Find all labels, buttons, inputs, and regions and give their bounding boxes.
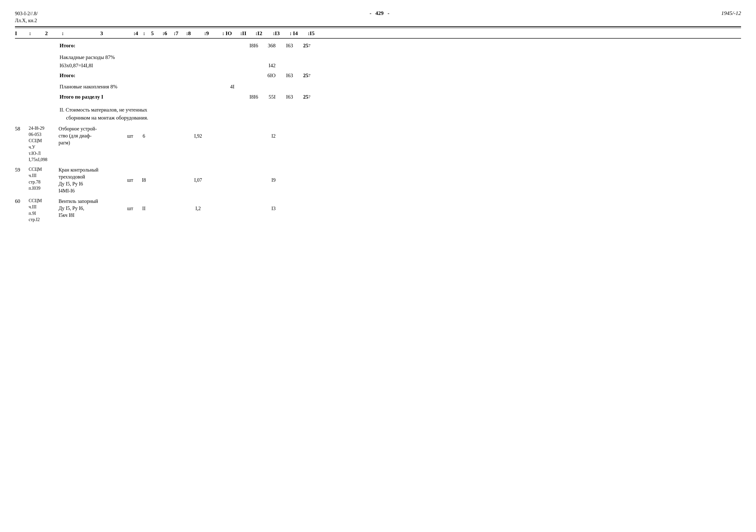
entry-60-desc: Вентиль запорный Ду I5, Ру I6, I5кч I8I: [59, 198, 123, 218]
col-header-15: :I5: [303, 30, 320, 37]
doc-version: 1945/-12: [721, 10, 741, 16]
nakl-calc-row: I63x0,87=I4I,8I I42: [15, 62, 741, 70]
entry-60-num: 60: [15, 198, 29, 204]
col-header-5: 5: [146, 30, 159, 37]
itogo-razdel-c13: 55I: [259, 94, 277, 100]
col-header-2: 2: [31, 30, 61, 37]
col-header-9: :9: [195, 30, 218, 37]
col-header-3: 3: [64, 30, 129, 37]
itogo-razdel-c15: 25 7: [294, 94, 311, 100]
entry-59-unit: шт: [123, 166, 137, 183]
col-header-13: :I3: [268, 30, 285, 37]
col-header-4: :4: [129, 30, 143, 37]
entry-60: 60 ССЦМ ч.III п.9I стр.I2 Вентиль запорн…: [15, 195, 741, 224]
itogo1-label: Итого:: [59, 42, 123, 49]
entry-58-desc: Отборное устрой- ство (для диаф- рагм): [59, 125, 123, 146]
plan-c13: 4I: [218, 84, 235, 90]
entry-59-c13: I9: [259, 166, 277, 183]
itogo-razdel-c14: I63: [277, 94, 294, 100]
itogo2-c15: 25 7: [294, 72, 311, 79]
nakl-header-text: Накладные расходы 87%: [59, 54, 233, 61]
entry-59-c9: I,07: [187, 166, 209, 183]
itogo-razdel-label: Итого по разделу I: [59, 94, 123, 100]
nakl-c13: I42: [259, 63, 277, 69]
entry-58-ref: 24-I8-29 06-053 ССЦМ ч.У т.IO-Л I,75xI,0…: [29, 125, 59, 163]
col-header-10: : IO: [218, 30, 236, 37]
entry-60-unit: шт: [123, 198, 137, 211]
page-number: - 429 -: [369, 10, 390, 16]
column-headers: I : 2 : 3 :4 : 5 :6 :7 :8 :9 : IO :II :I…: [15, 28, 741, 38]
entry-58-c13: I2: [259, 125, 277, 139]
entry-60-c13: I3: [259, 198, 277, 211]
itogo2-label: Итого:: [59, 72, 123, 79]
section2-header-row: II. Стоимость материалов, не учтенных сб…: [15, 103, 741, 124]
plan-header-row: Плановые накопления 8% 4I: [15, 81, 741, 91]
entry-59-ref: ССЦМ ч.III стр.78 п.I039: [29, 166, 59, 191]
itogo-row-2: Итого: 6IO I63 25 7: [15, 70, 741, 81]
entry-59-desc: Кран контрольный трехходовой Ду I5, Ру I…: [59, 166, 123, 194]
entry-60-c5: II: [137, 198, 151, 211]
itogo-razdel-row: Итого по разделу I I8I6 55I I63 25 7: [15, 91, 741, 103]
entry-59: 59 ССЦМ ч.III стр.78 п.I039 Кран контрол…: [15, 164, 741, 195]
entry-58-unit: шт: [123, 125, 137, 139]
entry-58-num: 58: [15, 125, 29, 132]
itogo2-c14: I63: [277, 72, 294, 79]
col-header-6: :6: [159, 30, 171, 37]
entry-60-c9: I,2: [187, 198, 209, 211]
col-header-11: :II: [236, 30, 250, 37]
entry-58-c9: I,92: [187, 125, 209, 139]
itogo-razdel-c12: I8I6: [242, 94, 259, 100]
col-header-7: :7: [171, 30, 182, 37]
section2-header-text: II. Стоимость материалов, не учтенных сб…: [59, 106, 183, 122]
itogo-row-1: Итого: I8I6 368 I63 25 7: [15, 38, 741, 51]
itogo2-c13: 6IO: [259, 72, 277, 79]
col-header-8: :8: [182, 30, 195, 37]
entry-59-num: 59: [15, 166, 29, 173]
col-header-1: I: [15, 30, 29, 37]
doc-number: 903-I-2//.8/ Лл.X, кн.2: [15, 10, 38, 24]
page-header: 903-I-2//.8/ Лл.X, кн.2 - 429 - 1945/-12: [15, 10, 741, 24]
entry-58-c5: 6: [137, 125, 151, 139]
entry-58: 58 24-I8-29 06-053 ССЦМ ч.У т.IO-Л I,75x…: [15, 124, 741, 164]
itogo1-c12: I8I6: [242, 42, 259, 49]
top-divider: [15, 26, 741, 27]
nakl-calc-text: I63x0,87=I4I,8I: [59, 63, 123, 69]
itogo1-c14: I63: [277, 42, 294, 49]
plan-header-text: Плановые накопления 8%: [59, 84, 183, 90]
entry-60-ref: ССЦМ ч.III п.9I стр.I2: [29, 198, 59, 223]
nakl-header-row: Накладные расходы 87%: [15, 51, 741, 62]
itogo1-c15: 25 7: [294, 42, 311, 49]
entry-59-c5: I8: [137, 166, 151, 183]
itogo1-c13: 368: [259, 42, 277, 49]
col-header-14: : I4: [285, 30, 303, 37]
col-header-12: :I2: [250, 30, 268, 37]
